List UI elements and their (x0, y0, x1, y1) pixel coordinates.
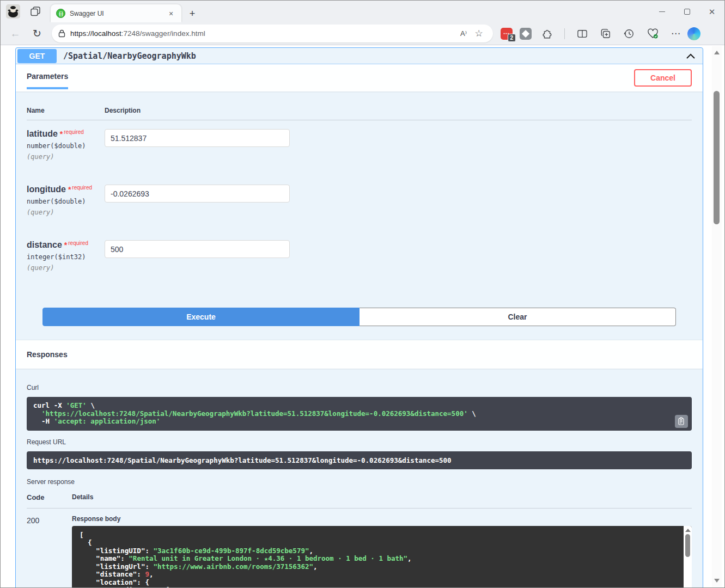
param-name: distance (27, 240, 62, 249)
response-row-200: 200 Response body [ { "listingUID": "3ac… (27, 509, 692, 588)
minimize-button[interactable] (649, 1, 674, 22)
response-body-scrollbar[interactable] (684, 526, 692, 588)
parameters-title: Parameters (27, 72, 68, 81)
tab-close-icon[interactable]: × (166, 9, 176, 19)
extension-badge: 2 (508, 34, 516, 42)
split-screen-icon[interactable] (574, 26, 590, 42)
response-body-block: [ { "listingUID": "3ac1f60b-ce9d-499b-89… (72, 526, 692, 588)
longitude-input[interactable] (105, 185, 290, 203)
active-tab-underline (27, 87, 68, 89)
curl-block: curl -X 'GET' \ 'https://localhost:7248/… (27, 397, 692, 431)
swagger-page: GET /Spatial/NearbyGeographyWkb Paramete… (1, 46, 724, 587)
workspaces-icon[interactable] (29, 5, 41, 20)
request-url-label: Request URL (27, 438, 692, 446)
new-tab-button[interactable]: + (186, 7, 199, 20)
param-name: latitude (27, 129, 58, 138)
responses-body: Curl curl -X 'GET' \ 'https://localhost:… (16, 369, 703, 587)
response-body-code: [ { "listingUID": "3ac1f60b-ce9d-499b-89… (80, 531, 677, 588)
required-label: required (68, 240, 88, 246)
param-type: number($double) (27, 198, 105, 205)
maximize-icon (684, 9, 690, 15)
copilot-icon[interactable] (687, 27, 700, 40)
param-row-latitude: latitude *required number($double) (quer… (27, 120, 692, 161)
required-asterisk: * (64, 241, 67, 249)
collections-icon[interactable] (598, 26, 614, 42)
column-code: Code (27, 493, 72, 501)
parameters-header: Parameters Cancel (16, 64, 703, 91)
scroll-down-icon[interactable] (714, 579, 720, 583)
maximize-button[interactable] (674, 1, 699, 22)
execute-button[interactable]: Execute (42, 308, 360, 326)
adblock-extension-icon[interactable]: ⋯ 2 (501, 28, 513, 40)
execute-button-group: Execute Clear (42, 308, 676, 326)
address-bar[interactable]: https://localhost:7248/swagger/index.htm… (52, 24, 493, 42)
browser-window: {-} Swagger UI × + ✕ ← ↻ https://localho… (0, 0, 725, 588)
request-url-value: https://localhost:7248/Spatial/NearbyGeo… (27, 451, 692, 469)
gray-extension-icon[interactable] (520, 28, 532, 40)
param-type: number($double) (27, 142, 105, 150)
url-path: :7248/swagger/index.html (121, 29, 205, 38)
browser-toolbar: ← ↻ https://localhost:7248/swagger/index… (1, 22, 724, 45)
opblock-get: GET /Spatial/NearbyGeographyWkb Paramete… (15, 47, 703, 587)
latitude-input[interactable] (105, 129, 290, 147)
column-details: Details (72, 493, 93, 501)
scrollbar-thumb[interactable] (685, 534, 690, 557)
curl-label: Curl (27, 384, 692, 391)
url-text[interactable]: https://localhost:7248/swagger/index.htm… (70, 29, 456, 38)
responses-header: Responses (16, 340, 703, 369)
server-response-label: Server response (27, 478, 692, 486)
param-meta: distance *required integer($int32) (quer… (27, 240, 105, 272)
page-scrollbar-thumb[interactable] (714, 91, 720, 224)
close-button[interactable]: ✕ (699, 1, 724, 22)
tab-parameters[interactable]: Parameters (27, 72, 68, 84)
swagger-favicon-icon: {-} (56, 9, 65, 18)
cancel-button[interactable]: Cancel (634, 69, 692, 87)
page-scrollbar[interactable] (712, 46, 722, 587)
browser-essentials-icon[interactable] (644, 26, 661, 42)
clear-button[interactable]: Clear (360, 308, 676, 326)
opblock-summary[interactable]: GET /Spatial/NearbyGeographyWkb (16, 48, 703, 64)
profile-avatar[interactable] (6, 4, 20, 19)
required-asterisk: * (60, 130, 63, 138)
http-method-badge: GET (17, 49, 57, 63)
endpoint-path: /Spatial/NearbyGeographyWkb (63, 51, 685, 61)
title-bar: {-} Swagger UI × + ✕ (1, 1, 724, 22)
param-type: integer($int32) (27, 253, 105, 261)
scroll-up-icon[interactable] (685, 529, 691, 532)
required-asterisk: * (68, 185, 71, 194)
param-row-distance: distance *required integer($int32) (quer… (27, 231, 692, 272)
history-icon[interactable] (621, 26, 637, 42)
lock-icon (58, 29, 65, 38)
minimize-icon (659, 11, 665, 12)
response-body-label: Response body (72, 515, 692, 523)
column-name: Name (27, 107, 105, 114)
favorites-star-icon[interactable]: ☆ (471, 28, 486, 39)
collapse-chevron-icon[interactable] (685, 51, 696, 62)
param-meta: longitude *required number($double) (que… (27, 185, 105, 216)
param-location: (query) (27, 264, 105, 272)
param-meta: latitude *required number($double) (quer… (27, 129, 105, 161)
sheep-avatar-image (6, 4, 20, 19)
settings-more-icon[interactable]: ⋯ (668, 26, 684, 42)
scroll-up-icon[interactable] (714, 51, 720, 54)
param-location: (query) (27, 153, 105, 161)
tab-title: Swagger UI (70, 10, 166, 17)
toolbar-divider (564, 28, 565, 39)
responses-title: Responses (27, 350, 68, 359)
parameters-table: Name Description latitude *required numb… (16, 91, 703, 326)
copy-to-clipboard-button[interactable] (675, 415, 688, 428)
back-button[interactable]: ← (6, 24, 25, 43)
window-controls: ✕ (649, 1, 724, 22)
status-code: 200 (27, 515, 72, 588)
clipboard-icon (678, 417, 685, 425)
required-label: required (72, 185, 92, 191)
extensions-area: ⋯ 2 (501, 26, 684, 42)
reload-button[interactable]: ↻ (28, 24, 46, 43)
diamond-glyph (522, 29, 529, 37)
browser-tab[interactable]: {-} Swagger UI × (51, 4, 181, 22)
required-label: required (64, 129, 84, 135)
distance-input[interactable] (105, 240, 290, 258)
read-aloud-icon[interactable]: A⁾ (456, 29, 471, 38)
url-host: https://localhost (70, 29, 121, 38)
extensions-puzzle-icon[interactable] (539, 26, 555, 42)
